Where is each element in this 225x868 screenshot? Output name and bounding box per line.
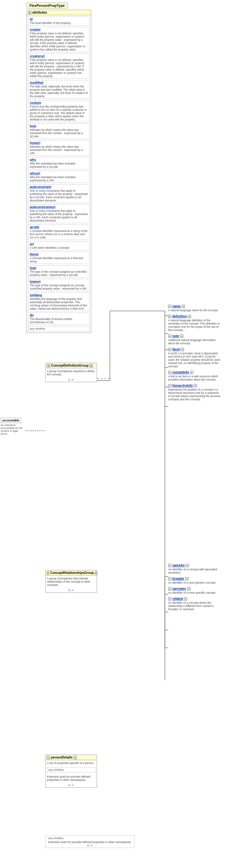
concept-rel-multiplicity: 0..∞ bbox=[46, 588, 97, 592]
person-details-desc: A set of properties specific to a person… bbox=[46, 760, 97, 766]
concept-def-expand-icon2[interactable]: + bbox=[89, 364, 93, 367]
attributes-expand-icon[interactable]: + bbox=[28, 11, 31, 14]
right-note-label[interactable]: note bbox=[172, 334, 179, 338]
prop-id-name[interactable]: id bbox=[30, 18, 88, 21]
right-hierarchyinfo-desc: Represents the position of a concept in … bbox=[168, 388, 221, 401]
right-broader-desc: An identifier of a more generic concept. bbox=[168, 581, 221, 584]
prop-type-name[interactable]: type bbox=[30, 266, 88, 270]
any-other: any ##other bbox=[28, 326, 89, 331]
prop-pubconstrainturi: pubconstrainturi One or many constraints… bbox=[28, 205, 89, 223]
prop-typeuri-desc: The type of the concept assigned as conc… bbox=[30, 284, 88, 290]
prop-creator-name[interactable]: creator bbox=[30, 28, 88, 31]
right-facet-label[interactable]: facet bbox=[172, 347, 180, 351]
prop-creatoruri-desc: If the property value is not defined, sp… bbox=[30, 58, 88, 78]
prop-typeuri: typeuri The type of the concept assigned… bbox=[28, 279, 89, 291]
prop-howuri: howuri Indicates by which means the valu… bbox=[28, 140, 89, 156]
prop-literal-name[interactable]: literal bbox=[30, 253, 88, 256]
narrower-expand-icon2[interactable]: + bbox=[187, 587, 190, 590]
prop-why: why Why the metadata has been included -… bbox=[28, 157, 89, 169]
right-item-name: + name + A natural language name for the… bbox=[168, 305, 221, 312]
right-related-label[interactable]: related bbox=[172, 597, 183, 600]
right-note-desc: Additional natural language information … bbox=[168, 338, 221, 345]
prop-modified-desc: The date (and, optionally, the time) whe… bbox=[30, 85, 88, 98]
bottom-any-other: any ##other Extension point for provider… bbox=[45, 836, 135, 848]
prop-howuri-desc: Indicates by which means the value was e… bbox=[30, 145, 88, 155]
definition-expand-icon2[interactable]: + bbox=[188, 315, 191, 318]
person-details-header: + personDetails + bbox=[46, 755, 97, 760]
attributes-header: + attributes bbox=[27, 10, 91, 15]
prop-type: type The type of the concept assigned as… bbox=[28, 265, 89, 278]
related-expand-icon2[interactable]: + bbox=[184, 597, 187, 600]
right-sameas-desc: An identifier of a concept with equivale… bbox=[168, 568, 221, 574]
prop-uri-name[interactable]: uri bbox=[30, 242, 88, 246]
right-item-facet: + facet + In NAR 1.3 and later, facet is… bbox=[168, 347, 221, 368]
right-hierarchyinfo-label[interactable]: hierarchyInfo bbox=[172, 384, 193, 388]
connector-h1 bbox=[97, 378, 110, 379]
right-definition-label[interactable]: definition bbox=[172, 314, 187, 318]
prop-uri-desc: A URI which identifies a concept. bbox=[30, 246, 88, 249]
concept-def-group-box: + ConceptDefinitionGroup + A group of pr… bbox=[45, 363, 97, 382]
prop-uri: uri A URI which identifies a concept. bbox=[28, 241, 89, 250]
prop-modified-name[interactable]: modified bbox=[30, 81, 88, 85]
concept-def-expand-icon[interactable]: + bbox=[47, 364, 50, 367]
right-definition-desc: A natural language definition of the sem… bbox=[168, 319, 221, 332]
prop-how-name[interactable]: how bbox=[30, 124, 88, 128]
right-item-note: + note + Additional natural language inf… bbox=[168, 334, 221, 345]
broader-expand-icon2[interactable]: + bbox=[185, 577, 188, 580]
broader-expand-icon[interactable]: + bbox=[168, 577, 171, 580]
name-expand-icon2[interactable]: + bbox=[182, 305, 185, 308]
any-other-value: ##other bbox=[35, 327, 45, 330]
remoteinfo-expand-icon[interactable]: + bbox=[168, 371, 171, 374]
right-item-sameas: + sameAs + An identifier of a concept wi… bbox=[168, 563, 221, 574]
prop-dir-name[interactable]: dir bbox=[30, 313, 88, 317]
prop-how: how Indicates by which means the value w… bbox=[28, 123, 89, 139]
right-rel-items-section: + sameAs + An identifier of a concept wi… bbox=[168, 563, 221, 614]
prop-typeuri-name[interactable]: typeuri bbox=[30, 280, 88, 283]
accountable-title: accountable bbox=[1, 418, 21, 423]
prop-whyuri: whyuri Why the metadata has been include… bbox=[28, 171, 89, 183]
concept-rel-expand-icon2[interactable]: + bbox=[95, 571, 97, 575]
facet-expand-icon[interactable]: + bbox=[168, 348, 171, 351]
prop-why-name[interactable]: why bbox=[30, 158, 88, 162]
person-details-box: + personDetails + A set of properties sp… bbox=[45, 755, 97, 788]
prop-howuri-name[interactable]: howuri bbox=[30, 141, 88, 145]
hierarchyinfo-expand-icon2[interactable]: + bbox=[194, 384, 197, 388]
prop-whyuri-name[interactable]: whyuri bbox=[30, 172, 88, 175]
person-details-expand-icon2[interactable]: + bbox=[73, 756, 77, 759]
concept-rel-expand-icon[interactable]: + bbox=[47, 571, 49, 575]
concept-def-header: + ConceptDefinitionGroup + bbox=[46, 363, 97, 368]
sameas-expand-icon[interactable]: + bbox=[168, 564, 171, 567]
person-details-title: personDetails bbox=[51, 755, 72, 759]
remoteinfo-expand-icon2[interactable]: + bbox=[190, 371, 193, 374]
person-details-expand-icon[interactable]: + bbox=[47, 756, 50, 759]
definition-expand-icon[interactable]: + bbox=[168, 315, 171, 318]
sameas-expand-icon2[interactable]: + bbox=[186, 564, 189, 567]
narrower-expand-icon[interactable]: + bbox=[168, 587, 171, 590]
prop-id: id The local identifier of the property. bbox=[28, 17, 89, 26]
prop-custom-name[interactable]: custom bbox=[30, 101, 88, 104]
prop-creatoruri: creatoruri If the property value is not … bbox=[28, 54, 89, 79]
prop-pubconstrainturi-name[interactable]: pubconstrainturi bbox=[30, 205, 88, 209]
right-name-label[interactable]: name bbox=[172, 305, 181, 308]
hierarchyinfo-expand-icon[interactable]: + bbox=[168, 384, 171, 388]
name-expand-icon[interactable]: + bbox=[168, 305, 171, 308]
right-item-definition: + definition + A natural language defini… bbox=[168, 314, 221, 332]
note-expand-icon2[interactable]: + bbox=[180, 335, 183, 338]
prop-xmllang-name[interactable]: xmllang bbox=[30, 293, 88, 297]
person-details-any-value: ##other bbox=[54, 768, 64, 772]
note-expand-icon[interactable]: + bbox=[168, 335, 171, 338]
right-remoteinfo-label[interactable]: remoteInfo bbox=[172, 371, 189, 374]
prop-pubconstraint-name[interactable]: pubconstraint bbox=[30, 185, 88, 189]
title-text: FlexPersonPropType bbox=[29, 4, 65, 7]
right-broader-label[interactable]: broader bbox=[172, 577, 184, 580]
prop-creator-desc: If the property value is not defined, sp… bbox=[30, 32, 88, 51]
right-item-remoteinfo: + remoteInfo + A link to an item or a we… bbox=[168, 371, 221, 381]
facet-expand-icon2[interactable]: + bbox=[181, 348, 184, 351]
right-item-related: + related + An identifier of a concept w… bbox=[168, 597, 221, 611]
right-sameas-label[interactable]: sameAs bbox=[172, 563, 185, 567]
prop-qcode-name[interactable]: qcode bbox=[30, 225, 88, 229]
prop-creatoruri-name[interactable]: creatoruri bbox=[30, 54, 88, 58]
right-narrower-label[interactable]: narrower bbox=[172, 587, 186, 590]
prop-xmllang: xmllang Identifies the language of this … bbox=[28, 292, 89, 311]
related-expand-icon[interactable]: + bbox=[168, 597, 171, 600]
